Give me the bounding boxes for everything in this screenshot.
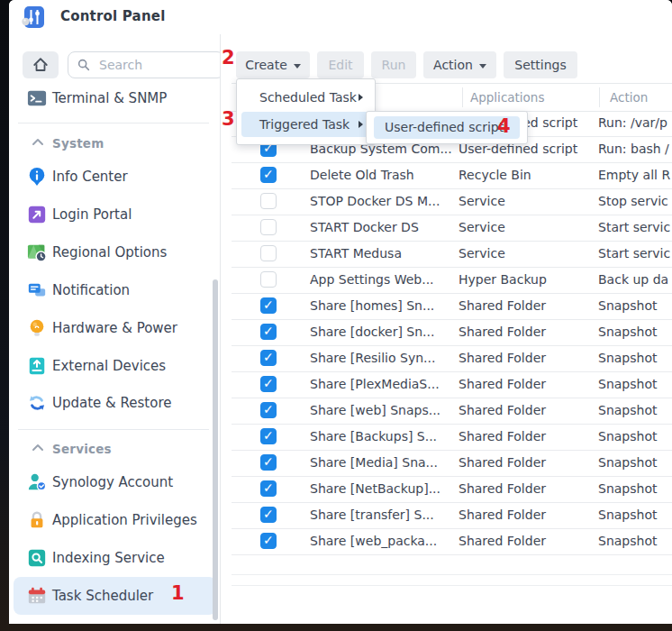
sidebar-divider <box>18 429 209 430</box>
task-app: Service <box>459 241 594 267</box>
section-header-system[interactable]: System <box>9 128 220 159</box>
task-app: Shared Folder <box>459 528 594 554</box>
search-input[interactable] <box>97 57 200 73</box>
search-box[interactable] <box>68 51 224 78</box>
task-action: Snapshot <box>598 371 672 398</box>
row-checkbox[interactable] <box>260 533 277 549</box>
row-checkbox[interactable] <box>260 167 277 183</box>
home-icon <box>32 57 49 73</box>
sidebar-item-hardware-power[interactable]: Hardware & Power <box>9 309 220 347</box>
edit-button[interactable]: Edit <box>317 51 364 78</box>
task-name: Share [Resilio Syn... <box>310 345 461 371</box>
sidebar-item-label: External Devices <box>52 347 166 385</box>
row-checkbox[interactable] <box>260 507 277 523</box>
sidebar-item-indexing-service[interactable]: Indexing Service <box>9 539 220 577</box>
row-checkbox[interactable] <box>260 376 277 392</box>
table-row[interactable]: Share [homes] Sn...Shared FolderSnapshot <box>232 293 672 320</box>
table-row[interactable]: Share [NetBackup]...Shared FolderSnapsho… <box>232 476 672 503</box>
table-row[interactable]: START Docker DSServiceStart servic <box>232 215 672 242</box>
sidebar-item-info-center[interactable]: Info Center <box>9 158 220 196</box>
row-checkbox[interactable] <box>260 245 277 261</box>
table-row[interactable]: STOP Docker DS M...ServiceStop servic <box>232 188 672 215</box>
account-icon <box>27 472 47 492</box>
table-row[interactable]: Delete Old TrashRecycle BinEmpty all R <box>232 162 672 189</box>
submenu-arrow-icon <box>359 121 363 128</box>
external-drive-icon <box>27 356 47 376</box>
section-label: System <box>52 128 104 159</box>
column-header-action[interactable]: Action <box>610 84 648 111</box>
main-panel: Create Edit Run Action Settings Applicat… <box>221 34 672 624</box>
settings-button-label: Settings <box>514 58 566 72</box>
home-button[interactable] <box>23 51 59 78</box>
row-checkbox[interactable] <box>260 271 277 288</box>
menu-item-triggered-task[interactable]: Triggered Task <box>241 112 370 137</box>
task-name: Share [homes] Sn... <box>310 293 461 319</box>
sidebar-item-label: Task Scheduler <box>52 577 153 615</box>
create-button[interactable]: Create <box>236 51 310 78</box>
search-icon <box>77 58 91 72</box>
create-dropdown-menu: Scheduled Task Triggered Task <box>236 78 376 145</box>
row-checkbox[interactable] <box>260 219 277 235</box>
task-action: Snapshot <box>598 476 672 502</box>
sidebar-item-terminal-snmp[interactable]: Terminal & SNMP <box>9 79 220 117</box>
sidebar-divider <box>18 123 209 123</box>
run-button[interactable]: Run <box>371 51 416 78</box>
table-row[interactable]: Share [Resilio Syn...Shared FolderSnapsh… <box>232 345 672 372</box>
settings-button[interactable]: Settings <box>504 51 577 78</box>
section-header-services[interactable]: Services <box>9 434 220 464</box>
row-checkbox[interactable] <box>260 454 277 471</box>
table-row[interactable]: Share [PlexMediaS...Shared FolderSnapsho… <box>232 371 672 398</box>
row-checkbox[interactable] <box>260 480 277 497</box>
sidebar-item-label: Hardware & Power <box>52 309 177 347</box>
sidebar-item-label: Info Center <box>52 158 128 196</box>
sidebar-item-update-restore[interactable]: Update & Restore <box>9 384 220 422</box>
column-header-applications[interactable]: Applications <box>470 84 544 111</box>
row-checkbox[interactable] <box>260 324 277 340</box>
chevron-up-icon <box>32 444 44 452</box>
table-row[interactable]: Share [web] Snaps...Shared FolderSnapsho… <box>232 398 672 425</box>
task-app: Shared Folder <box>459 293 594 319</box>
task-app: Shared Folder <box>459 476 594 502</box>
task-name: Share [Backups] S... <box>310 424 461 450</box>
sidebar-scrollbar-thumb[interactable] <box>213 279 218 620</box>
task-action: Run: /var/p <box>598 110 672 136</box>
sidebar-item-login-portal[interactable]: Login Portal <box>9 196 220 233</box>
task-action: Snapshot <box>598 528 672 554</box>
table-row[interactable]: Share [web_packa...Shared FolderSnapshot <box>232 528 672 555</box>
table-row[interactable]: Share [docker] Sn...Shared FolderSnapsho… <box>232 319 672 346</box>
task-app: Shared Folder <box>459 502 594 528</box>
task-app: Hyper Backup <box>459 267 594 293</box>
table-row[interactable]: App Settings Web...Hyper BackupBack up d… <box>232 267 672 294</box>
sidebar-item-notification[interactable]: Notification <box>9 271 220 309</box>
task-app: Recycle Bin <box>459 162 594 188</box>
table-row[interactable]: Share [Backups] S...Shared FolderSnapsho… <box>232 424 672 451</box>
task-name: Share [Media] Sna... <box>310 450 461 476</box>
sidebar-item-synology-account[interactable]: Synology Account <box>9 463 220 501</box>
lock-icon <box>27 510 47 530</box>
row-checkbox[interactable] <box>260 428 277 444</box>
annotation-4: 4 <box>497 115 511 137</box>
row-checkbox[interactable] <box>260 402 277 418</box>
sidebar-item-external-devices[interactable]: External Devices <box>9 347 220 385</box>
regional-options-icon <box>27 242 47 262</box>
task-name: Share [PlexMediaS... <box>310 371 461 398</box>
sidebar-item-label: Terminal & SNMP <box>52 79 167 117</box>
sidebar-item-regional-options[interactable]: Regional Options <box>9 233 220 271</box>
task-action: Back up da <box>598 267 672 293</box>
empty-row-divider <box>232 585 672 586</box>
action-button[interactable]: Action <box>423 51 496 78</box>
sidebar-item-task-scheduler[interactable]: Task Scheduler <box>14 577 216 615</box>
task-name: Share [NetBackup]... <box>310 476 461 502</box>
annotation-1: 1 <box>171 582 185 604</box>
row-checkbox[interactable] <box>260 193 277 209</box>
task-action: Stop servic <box>598 188 672 215</box>
table-row[interactable]: Share [Media] Sna...Shared FolderSnapsho… <box>232 450 672 477</box>
table-row[interactable]: Share [transfer] S...Shared FolderSnapsh… <box>232 502 672 529</box>
menu-item-scheduled-task[interactable]: Scheduled Task <box>259 86 357 109</box>
row-checkbox[interactable] <box>260 350 277 366</box>
menu-item-label: Scheduled Task <box>259 90 357 105</box>
sidebar-item-application-privileges[interactable]: Application Privileges <box>9 501 220 539</box>
row-checkbox[interactable] <box>260 297 277 314</box>
table-row[interactable]: START MedusaServiceStart servic <box>232 241 672 268</box>
task-action: Snapshot <box>598 502 672 528</box>
